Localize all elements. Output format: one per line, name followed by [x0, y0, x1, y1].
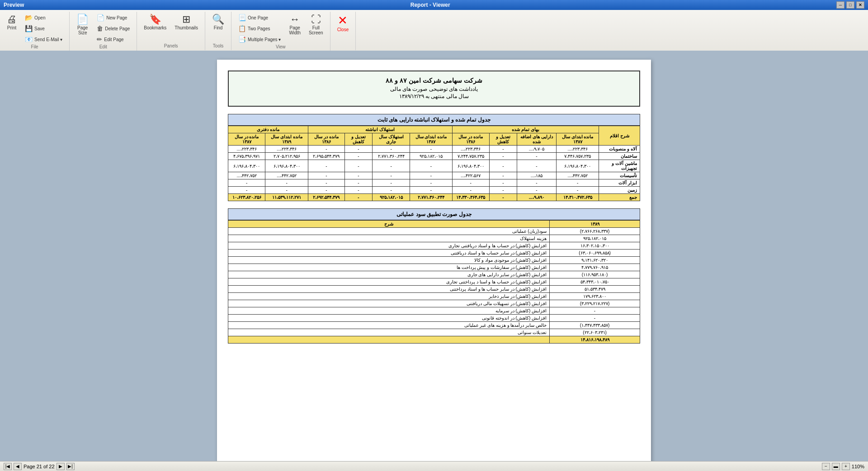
table1-title: جدول تمام شده و استهلاک انباشته دارایی ه… — [228, 114, 640, 126]
table-row: ۹۲۵،۱۸۲،۰۱۵ هزینه استهلاک — [228, 235, 640, 242]
profit-reconciliation-table: ۱۳۸۹ شرح (۲،۷۶۶،۲۶۸،۳۳۷) سود(زیان) عملیا… — [228, 220, 640, 344]
thumbnails-button[interactable]: ⊞ Thumbnails — [171, 13, 201, 32]
table-row: (۲،۷۶۶،۲۶۸،۳۳۷) سود(زیان) عملیاتی — [228, 228, 640, 235]
table-row: ۵۴،۳۴۳،۰۱۰،۷۵۰ افزایش (کاهش) در حساب ها … — [228, 278, 640, 286]
document: شرکت سهامی شرکت امین ۸۷ و ۸۸ یادداشت های… — [217, 60, 651, 461]
table-row: - افزایش (کاهش) در سرمایه — [228, 307, 640, 315]
toolbar: 🖨 Print 📂 Open 💾 Save 📧 Send E-Mail ▾ Fi… — [0, 10, 868, 53]
page-width-icon: ↔ — [290, 14, 300, 24]
print-button[interactable]: 🖨 Print — [4, 13, 20, 32]
tools-group-label: Tools — [213, 43, 223, 49]
window-controls: ─ □ ✕ — [836, 1, 864, 9]
status-right: − ▬ + 110% — [822, 463, 864, 470]
table-row: ۹،۱۴۱،۶۲۰،۳۲۰ افزایش (کاهش) در موجودی مو… — [228, 257, 640, 264]
file-group-label: File — [31, 44, 38, 50]
th-mande-abteda-87: مانده ابتدای سال ۱۳۸۷ — [556, 133, 599, 146]
close-report-button[interactable]: ✕ Close — [334, 13, 352, 34]
zoom-slider[interactable]: ▬ — [832, 463, 840, 470]
table2-title: جدول صورت تطبیق سود عملیاتی — [228, 208, 640, 220]
company-name: شرکت سهامی شرکت امین ۸۷ و ۸۸ — [234, 77, 634, 84]
page-size-icon: 📄 — [76, 14, 89, 24]
window-title: Report - Viewer — [410, 2, 450, 8]
table-row: ۵۱،۵۳۴،۴۷۹ افزایش (کاهش) در سایر حساب ها… — [228, 286, 640, 293]
toolbar-group-file: 🖨 Print 📂 Open 💾 Save 📧 Send E-Mail ▾ Fi… — [0, 12, 70, 51]
last-page-button[interactable]: ▶| — [66, 463, 75, 470]
table-row: زمین - - - - - - - - - - — [228, 187, 640, 194]
find-icon: 🔍 — [212, 14, 224, 24]
title-bar: Preview Report - Viewer ─ □ ✕ — [0, 0, 868, 10]
next-page-button[interactable]: ▶ — [57, 463, 65, 470]
multiple-pages-icon: 📑 — [238, 36, 246, 43]
bookmarks-icon: 🔖 — [149, 14, 161, 24]
th-baha: بهای تمام شده — [452, 126, 599, 133]
doc-period: سال مالی منتهی به ۱۳۸۹/۱۲/۲۹ — [234, 93, 634, 99]
page-size-button[interactable]: 📄 PageSize — [73, 13, 92, 37]
th-est-tadil: تعدیل و کاهش — [344, 133, 372, 146]
doc-subtitle: یادداشت های توضیحی صورت های مالی — [234, 86, 634, 92]
th-daftari-89: مانده ابتدای سال ۱۳۸۹ — [265, 133, 308, 146]
fixed-assets-table: شرح اقلام بهای تمام شده استهلاک انباشته … — [228, 126, 640, 201]
new-page-icon: 📄 — [97, 14, 104, 21]
new-page-button[interactable]: 📄 New Page — [94, 13, 133, 23]
table-row-total: جمع ۱۴،۳۱۰،۴۷۲،۶۳۵ ۹،۸۹۰،... - ۱۴،۳۳۰،۳۶… — [228, 194, 640, 201]
find-button[interactable]: 🔍 Find — [209, 13, 227, 32]
toolbar-group-close: ✕ Close — [330, 12, 356, 50]
panels-group-label: Panels — [164, 43, 178, 49]
th-est-mande-87: مانده ابتدای سال ۱۳۸۷ — [410, 133, 452, 146]
th-darayi-ezafe: دارایی های اضافه شده — [517, 133, 556, 146]
th-year: ۱۳۸۹ — [550, 221, 640, 228]
toolbar-group-panels: 🔖 Bookmarks ⊞ Thumbnails Panels — [137, 12, 205, 50]
zoom-out-button[interactable]: − — [822, 463, 830, 470]
table-row-total: ۱۴،۸۱۶،۱۹۸،۴۸۹ — [228, 336, 640, 344]
page-navigation: |◀ ◀ Page 21 of 22 ▶ ▶| — [4, 463, 75, 470]
delete-page-icon: 🗑 — [97, 25, 103, 32]
full-screen-icon: ⛶ — [311, 14, 321, 24]
table-row: (۶۳،۰۶۰،۶۹۹،۸۵۸) افزایش (کاهش) در سایر ح… — [228, 250, 640, 257]
multiple-pages-button[interactable]: 📑 Multiple Pages ▾ — [235, 34, 284, 44]
open-button[interactable]: 📂 Open — [22, 13, 66, 23]
minimize-button[interactable]: ─ — [836, 1, 844, 9]
toolbar-group-edit: 📄 PageSize 📄 New Page 🗑 Delete Page ✏ Ed… — [70, 12, 137, 51]
bookmarks-button[interactable]: 🔖 Bookmarks — [141, 13, 170, 32]
table-row: ۱۶،۳۰۲،۱۵۰،۳۰۰ افزایش (کاهش) در حساب ها … — [228, 242, 640, 250]
one-page-button[interactable]: 📃 One Page — [235, 13, 284, 23]
toolbar-group-view: 📃 One Page 📋 Two Pages 📑 Multiple Pages … — [231, 12, 330, 51]
close-button[interactable]: ✕ — [856, 1, 864, 9]
main-content: شرکت سهامی شرکت امین ۸۷ و ۸۸ یادداشت های… — [0, 51, 868, 461]
th-est-sal-jari: استهلاک سال جاری — [372, 133, 410, 146]
save-button[interactable]: 💾 Save — [22, 24, 66, 33]
view-group-label: View — [276, 44, 286, 50]
table-row: ۱۷۹،۶۲۳،۸۰۰ افزایش (کاهش) در سایر ذخایر — [228, 293, 640, 300]
table-row: ابزار آلات - - - - - - - - - - — [228, 179, 640, 187]
first-page-button[interactable]: |◀ — [4, 463, 12, 470]
print-icon: 🖨 — [7, 14, 17, 24]
table-row: (۲۲،۶۰۳،۲۳۱) تعدیلات سنواتی — [228, 329, 640, 336]
th-mande: مانده دفتری — [228, 126, 308, 133]
zoom-level: 110% — [852, 464, 864, 469]
close-icon: ✕ — [338, 14, 348, 26]
full-screen-button[interactable]: ⛶ FullScreen — [306, 13, 326, 37]
send-email-button[interactable]: 📧 Send E-Mail ▾ — [22, 34, 66, 44]
table-row: آلاه و منصوبات ۲۲۳،۳۴۶،... ۹،۷۰۵،... - ۲… — [228, 146, 640, 153]
two-pages-button[interactable]: 📋 Two Pages — [235, 24, 284, 33]
th-daftari-87: مانده در سال ۱۳۸۷ — [228, 133, 265, 146]
table-row: (۱،۴۴۷،۴۳۳،۸۵۷) خالص سایر درآمدها و هزین… — [228, 322, 640, 329]
page-width-button[interactable]: ↔ PageWidth — [286, 13, 304, 37]
th-est-mande-86: مانده در سال ۱۳۸۶ — [308, 133, 344, 146]
zoom-in-button[interactable]: + — [842, 463, 850, 470]
second-table-container: جدول صورت تطبیق سود عملیاتی ۱۳۸۹ شرح (۲،… — [228, 208, 640, 344]
open-icon: 📂 — [25, 14, 33, 21]
maximize-button[interactable]: □ — [846, 1, 854, 9]
table-row: (۳،۲۲۹،۲۱۷،۲۲۷) افزایش (کاهش) در تسهیلات… — [228, 300, 640, 307]
edit-page-button[interactable]: ✏ Edit Page — [94, 34, 133, 44]
save-icon: 💾 — [25, 25, 33, 32]
edit-group-label: Edit — [99, 44, 107, 50]
one-page-icon: 📃 — [238, 14, 246, 21]
delete-page-button[interactable]: 🗑 Delete Page — [94, 24, 133, 33]
status-bar: |◀ ◀ Page 21 of 22 ▶ ▶| − ▬ + 110% — [0, 461, 868, 471]
th-description: شرح — [228, 221, 550, 228]
th-mande-sal-86: مانده در سال ۱۳۸۶ — [452, 133, 489, 146]
prev-page-button[interactable]: ◀ — [14, 463, 22, 470]
table-row: ۴،۷۷۹،۷۶۰،۹۱۵ افزایش (کاهش) در سفارشات و… — [228, 264, 640, 271]
preview-label: Preview — [4, 2, 24, 8]
